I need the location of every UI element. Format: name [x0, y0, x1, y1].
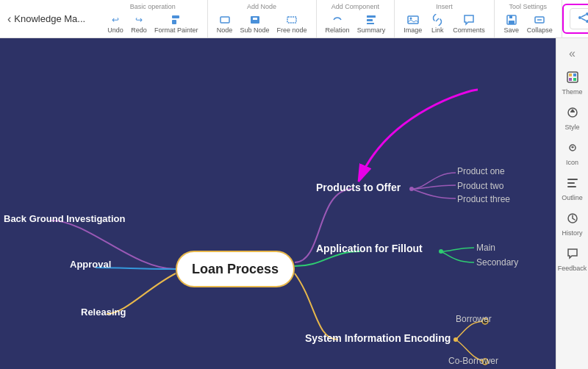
canvas[interactable]: Loan Process Back Ground Investigation A… [0, 38, 556, 369]
sidebar-item-theme[interactable]: Theme [558, 66, 587, 100]
outline-label: Outline [562, 194, 583, 201]
svg-rect-7 [367, 19, 373, 21]
svg-rect-0 [172, 15, 179, 18]
co-borrower-node[interactable]: Co-Borrower [448, 356, 498, 366]
sidebar-item-outline[interactable]: Outline [558, 172, 587, 206]
image-icon [406, 13, 420, 26]
svg-rect-12 [509, 15, 512, 18]
collapse-button[interactable]: Collapse [524, 12, 556, 35]
insert-label: Insert [436, 3, 453, 10]
save-button[interactable]: Save [501, 12, 523, 35]
share-button[interactable]: Share [570, 8, 588, 29]
svg-rect-30 [573, 78, 576, 81]
add-node-label: Add Node [247, 3, 276, 10]
feedback-label: Feedback [558, 265, 587, 272]
comments-button[interactable]: Comments [450, 12, 488, 35]
link-button[interactable]: Link [426, 12, 448, 35]
save-icon [505, 13, 518, 26]
svg-rect-1 [172, 20, 176, 24]
svg-rect-13 [509, 21, 514, 24]
svg-rect-8 [367, 23, 374, 24]
back-arrow-icon: ‹ [7, 12, 11, 26]
basic-operation-buttons: ↩ Undo ↪ Redo Format Painter [104, 12, 201, 35]
approval-node[interactable]: Approval [70, 259, 111, 270]
summary-label: Summary [357, 26, 386, 34]
image-label: Image [404, 26, 422, 34]
secondary-node[interactable]: Secondary [476, 257, 518, 268]
releasing-node[interactable]: Releasing [81, 307, 126, 318]
redo-icon: ↪ [132, 13, 146, 26]
add-component-section: Add Component Relation Summary [317, 0, 395, 38]
free-node-button[interactable]: Free node [274, 12, 310, 35]
product-three-node[interactable]: Product three [457, 194, 510, 204]
product-one-node[interactable]: Product one [457, 166, 505, 176]
relation-button[interactable]: Relation [323, 12, 353, 35]
collapse-sidebar-button[interactable]: « [564, 43, 580, 65]
svg-line-19 [581, 18, 586, 21]
svg-point-23 [453, 337, 458, 342]
add-node-section: Add Node Node Sub Node Free node [208, 0, 317, 38]
undo-button[interactable]: ↩ Undo [104, 12, 126, 35]
add-component-buttons: Relation Summary [323, 12, 389, 35]
svg-rect-35 [567, 182, 575, 184]
svg-rect-5 [287, 17, 296, 23]
sub-node-icon [248, 13, 262, 26]
free-node-label: Free node [277, 26, 307, 34]
svg-rect-4 [253, 18, 257, 20]
center-node[interactable]: Loan Process [176, 251, 295, 287]
undo-label: Undo [107, 26, 123, 34]
collapse-label: Collapse [527, 26, 553, 34]
tool-settings-buttons: Save Collapse [501, 12, 556, 35]
svg-rect-9 [408, 16, 418, 24]
comments-icon [462, 13, 476, 26]
relation-icon [331, 13, 344, 26]
svg-rect-34 [567, 179, 578, 180]
basic-operation-label: Basic operation [130, 3, 176, 10]
sidebar-item-style[interactable]: Style [558, 101, 587, 135]
back-ground-investigation-node[interactable]: Back Ground Investigation [4, 213, 125, 224]
summary-icon [365, 13, 378, 26]
theme-icon [566, 71, 579, 87]
icon-label: Icon [566, 159, 578, 166]
history-icon [566, 212, 579, 228]
svg-point-16 [578, 16, 581, 19]
svg-line-18 [581, 15, 586, 17]
sidebar-item-history[interactable]: History [558, 207, 587, 241]
node-icon [218, 13, 232, 26]
svg-point-21 [409, 187, 414, 191]
sidebar-item-icon[interactable]: Icon [558, 137, 587, 171]
svg-rect-2 [220, 17, 229, 23]
svg-point-10 [409, 17, 412, 19]
borrower-node[interactable]: Borrower [456, 314, 492, 324]
relation-label: Relation [326, 26, 350, 34]
style-label: Style [564, 123, 579, 131]
image-button[interactable]: Image [401, 12, 425, 35]
sub-node-button[interactable]: Sub Node [237, 12, 273, 35]
format-painter-button[interactable]: Format Painter [151, 12, 201, 35]
main-node[interactable]: Main [476, 243, 495, 253]
outline-icon [566, 176, 579, 193]
right-sidebar: « Theme Style Icon Outline [556, 38, 588, 369]
redo-label: Redo [131, 26, 147, 34]
product-two-node[interactable]: Product two [457, 181, 503, 191]
redo-button[interactable]: ↪ Redo [128, 12, 150, 35]
save-label: Save [503, 26, 519, 34]
link-icon [431, 13, 444, 26]
node-button[interactable]: Node [214, 12, 236, 35]
summary-button[interactable]: Summary [354, 12, 389, 35]
style-icon [566, 106, 579, 122]
application-for-fillout-node[interactable]: Application for Fillout [316, 243, 423, 254]
system-information-encoding-node[interactable]: System Information Encoding [305, 332, 451, 344]
back-button[interactable]: ‹ Knowledge Ma... [3, 12, 98, 26]
sidebar-item-feedback[interactable]: Feedback [558, 243, 587, 276]
comments-label: Comments [453, 26, 485, 34]
app-title: Knowledge Ma... [14, 13, 85, 24]
svg-point-32 [571, 110, 573, 112]
svg-point-22 [439, 249, 443, 254]
free-node-icon [285, 13, 298, 26]
products-to-offer-node[interactable]: Products to Offer [316, 182, 401, 193]
tool-settings-label: Tool Settings [509, 3, 547, 10]
main-area: Loan Process Back Ground Investigation A… [0, 38, 588, 369]
svg-rect-28 [573, 74, 576, 76]
add-component-label: Add Component [331, 3, 379, 10]
